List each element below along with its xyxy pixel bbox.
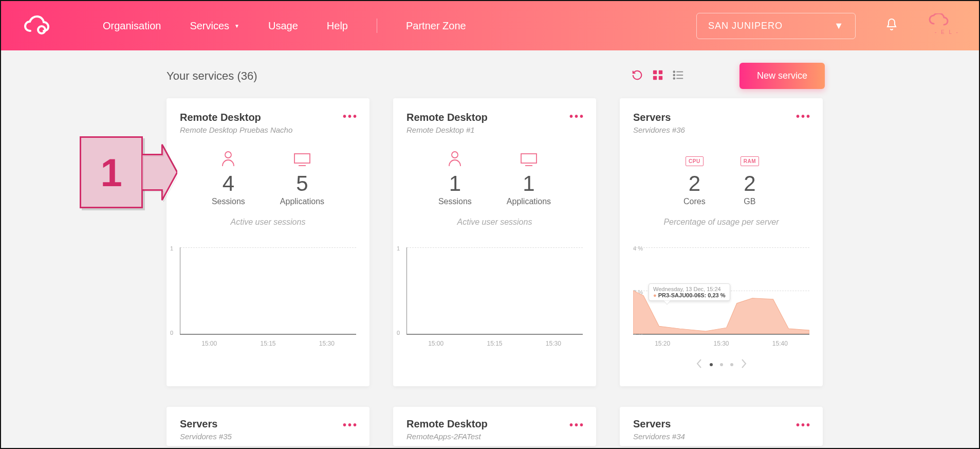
more-icon[interactable]: ••• [796,111,811,122]
nav-services[interactable]: Services ▼ [190,20,239,32]
ram-icon: RAM [741,149,759,166]
stat-value: 1 [449,171,461,196]
card-title: Remote Desktop [406,418,583,430]
more-icon[interactable]: ••• [343,419,358,431]
svg-point-12 [673,74,675,76]
sessions-chart: 1 0 [180,247,356,335]
pager-next[interactable] [741,358,748,371]
stat-label: Sessions [212,197,245,206]
stat-label: Applications [280,197,324,206]
cpu-icon: CPU [686,149,704,166]
more-icon[interactable]: ••• [796,419,811,431]
chart-pager [633,358,809,371]
stat-label: Applications [507,197,551,206]
callout-marker: 1 [80,134,177,211]
pager-dot[interactable] [730,363,733,366]
topbar: Organisation Services ▼ Usage Help Partn… [1,1,979,50]
stat-value: 2 [689,171,700,196]
chart-xaxis: 15:0015:1515:30 [180,340,356,347]
chevron-down-icon: ▼ [834,21,844,31]
svg-rect-5 [659,70,662,74]
svg-rect-4 [653,70,657,74]
page-title-count: (36) [237,69,257,82]
monitor-icon [293,149,311,166]
svg-rect-7 [659,76,662,79]
svg-rect-18 [521,154,537,163]
service-card[interactable]: ••• Remote Desktop Remote Desktop #1 1 S… [393,98,596,386]
pager-dot[interactable] [720,363,723,366]
refresh-icon[interactable] [632,69,643,83]
nav-help[interactable]: Help [327,20,348,32]
usage-chart: 4 % 2 % 0 % Wednesday, 13 Dec, 15:24 ● P… [633,247,809,335]
pager-dot[interactable] [710,363,713,366]
service-card[interactable]: ••• Servers Servidores #34 [620,407,823,446]
card-subtitle: Remote Desktop #1 [406,125,583,134]
stat-value: 5 [296,171,308,196]
page-title-text: Your services [167,69,234,82]
notifications-button[interactable] [881,18,902,33]
more-icon[interactable]: ••• [569,419,585,431]
stat-value: 1 [523,171,534,196]
user-icon [221,149,235,166]
pager-prev[interactable] [695,358,702,371]
card-subtitle: RemoteApps-2FATest [406,432,583,441]
svg-point-13 [673,78,675,79]
svg-point-17 [452,152,458,158]
monitor-icon [520,149,538,166]
card-title: Servers [180,418,356,430]
chart-title: Active user sessions [406,218,583,227]
more-icon[interactable]: ••• [569,111,585,122]
stat-label: Cores [683,197,706,206]
service-card[interactable]: ••• Remote Desktop RemoteApps-2FATest [393,407,596,446]
main-nav: Organisation Services ▼ Usage Help Partn… [103,19,466,33]
nav-partner-zone[interactable]: Partner Zone [406,20,466,32]
chart-xaxis: 15:0015:1515:30 [406,340,583,347]
card-title: Servers [633,112,809,123]
tooltip-value: PR3-SAJU00-06S: 0,23 % [658,292,726,298]
card-subtitle: Remote Desktop Pruebas Nacho [180,125,356,134]
service-card[interactable]: ••• Remote Desktop Remote Desktop Prueba… [167,98,369,386]
chevron-down-icon: ▼ [234,23,239,29]
chart-title: Percentage of usage per server [633,218,809,227]
sessions-chart: 1 0 [406,247,583,335]
stat-label: GB [744,197,755,206]
organisation-select-value: SAN JUNIPERO [708,21,783,31]
cards-row-2: ••• Servers Servidores #35 ••• Remote De… [1,407,979,446]
card-title: Remote Desktop [406,112,583,123]
card-subtitle: Servidores #35 [180,432,356,441]
svg-point-11 [673,71,675,73]
content-area: 1 Your services (36) New service •• [1,50,979,446]
more-icon[interactable]: ••• [343,111,358,122]
user-icon [448,149,461,166]
card-subtitle: Servidores #36 [633,125,809,134]
page-heading-row: Your services (36) New service [167,61,825,98]
card-subtitle: Servidores #34 [633,432,809,441]
organisation-select[interactable]: SAN JUNIPERO ▼ [696,13,856,39]
stat-label: Sessions [438,197,472,206]
nav-organisation[interactable]: Organisation [103,20,161,32]
card-title: Servers [633,418,809,430]
svg-rect-15 [294,154,310,163]
grid-view-icon[interactable] [652,69,663,83]
nav-usage[interactable]: Usage [268,20,298,32]
svg-rect-6 [653,76,657,79]
nav-services-label: Services [190,20,229,32]
brandmark: - E L - [928,13,960,38]
stat-value: 2 [744,171,755,196]
chart-tooltip: Wednesday, 13 Dec, 15:24 ● PR3-SAJU00-06… [649,283,730,301]
list-view-icon[interactable] [673,69,684,83]
chart-title: Active user sessions [180,218,356,227]
svg-marker-20 [663,300,671,304]
callout-number: 1 [80,136,143,208]
service-card[interactable]: ••• Servers Servidores #36 CPU 2 Cores R… [620,98,823,386]
svg-text:- E L -: - E L - [935,29,959,35]
svg-point-14 [225,152,231,158]
card-title: Remote Desktop [180,112,356,123]
page-title: Your services (36) [167,69,257,83]
logo [20,7,57,44]
stat-value: 4 [223,171,234,196]
tooltip-date: Wednesday, 13 Dec, 15:24 [653,286,726,292]
service-card[interactable]: ••• Servers Servidores #35 [167,407,369,446]
new-service-button[interactable]: New service [739,63,825,89]
chart-xaxis: 15:2015:3015:40 [633,340,809,347]
